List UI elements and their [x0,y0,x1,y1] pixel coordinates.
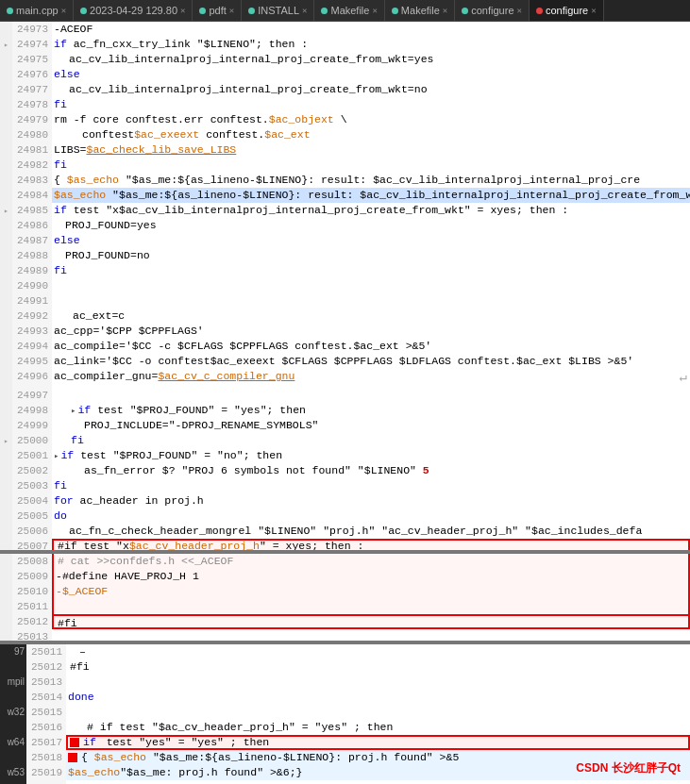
top-pane-continued: ▸ 24997 24998 24999 25000 25001 25002 25… [0,388,690,554]
ln: 25011 [12,599,48,614]
ln: 24977 [12,82,48,97]
fc[interactable]: ▸ [0,433,12,448]
tab-label: 2023-04-29 129.80 [90,5,177,16]
code-cont[interactable]: ▸if test "$PROJ_FOUND" = "yes"; then PRO… [52,388,690,550]
fold-cell[interactable]: ▸ [0,37,12,52]
code-line: ac_cv_lib_internalproj_internal_proj_cre… [52,52,690,67]
ln: 25016 [26,720,62,735]
code-line: PROJ_FOUND=no [52,248,690,263]
tab-install[interactable]: INSTALL ✕ [242,0,314,21]
close-icon[interactable]: ✕ [517,6,522,16]
code-line: fi [52,263,690,278]
fold-icon[interactable]: ▸ [54,452,59,461]
close-icon[interactable]: ✕ [229,6,234,16]
indicator: w53 [8,765,25,780]
ln: 24994 [12,339,48,354]
tab-cfg1[interactable]: configure ✕ [455,0,530,21]
close-icon[interactable]: ✕ [443,6,447,16]
code-line-boxed-top: #if test "x$ac_cv_header_proj_h" = xyes;… [52,539,690,550]
code-line: ac_compile='$CC -c $CFLAGS $CPPFLAGS con… [52,339,690,354]
tab-mf2[interactable]: Makefile ✕ [385,0,455,21]
tab-main[interactable]: main.cpp ✕ [0,0,74,21]
tab-dot [321,8,328,14]
fc [0,524,12,539]
code-line: -ACEOF [52,22,690,37]
ln: 24975 [12,52,48,67]
fold-cell [0,188,12,203]
bottom-code[interactable]: – #fi done # if test "$ac_cv_header_proj… [66,644,690,784]
tab-mf1[interactable]: Makefile ✕ [314,0,384,21]
fold-cell [0,52,12,67]
ln: 25015 [26,705,62,720]
fold-cell [0,97,12,112]
ln: 25011 [26,644,62,659]
indicator: 97 [14,644,25,659]
ln: 24997 [12,388,48,403]
tab-dot [7,8,13,14]
tab-dot [199,8,206,14]
ln: 24996 [12,369,48,384]
ln: 24989 [12,263,48,278]
tab-date[interactable]: 2023-04-29 129.80 ✕ [74,0,193,21]
code-line: fi [52,433,690,448]
ln: 24991 [12,293,48,309]
code-line: fi [52,97,690,112]
tab-dot [462,8,468,14]
code-line: ac_fn_c_check_header_mongrel "$LINENO" "… [52,524,690,539]
fc [0,478,12,493]
top-code-final[interactable]: -ACEOF if ac_fn_cxx_try_link "$LINENO"; … [52,22,690,388]
code-line-box-end: #fi [52,614,690,629]
close-icon[interactable]: ✕ [591,6,596,16]
code-line-empty [52,629,690,641]
code-line: as_fn_error $? "PROJ 6 symbols not found… [52,463,690,478]
close-icon[interactable]: ✕ [180,6,185,16]
tab-label: configure [471,5,513,16]
code-line-empty [52,293,690,309]
code-line: # if test "$ac_cv_header_proj_h" = "yes"… [66,720,690,735]
ln: 25010 [12,584,48,599]
fold-margin: ▸ ▸ [0,22,12,388]
code-line: #fi [66,659,690,675]
tab-label: configure [546,5,588,16]
ln: 24984 [12,188,48,203]
close-icon[interactable]: ✕ [372,6,377,16]
fold-icon[interactable]: ▸ [4,437,8,445]
ln: 25013 [12,629,48,641]
ln: 25000 [12,433,48,448]
ln: 24988 [12,248,48,263]
bottom-split-pane: 97 mpil w32 w64 w53 25011 25012 25013 25… [0,644,690,784]
gutter-cont: 24997 24998 24999 25000 25001 25002 2500… [12,388,52,550]
fold-cell [0,142,12,158]
fold-margin2: ▸ [0,388,12,550]
ln: 24979 [12,112,48,127]
code-line: # cat >>confdefs.h <<_ACEOF [54,554,688,569]
ln: 25008 [12,554,48,569]
fold-icon[interactable]: ▸ [4,41,8,49]
close-icon[interactable]: ✕ [61,6,66,16]
ln: 25014 [26,690,62,705]
code-line: – [66,644,690,659]
ln: 24976 [12,67,48,82]
tab-label: Makefile [330,5,369,16]
code-line: ▸if test "$PROJ_FOUND" = "no"; then [52,448,690,463]
indicator: w32 [8,705,25,720]
code3[interactable]: # cat >>confdefs.h <<_ACEOF -#define HAV… [52,554,690,641]
code-line-empty [66,705,690,720]
fold-cell[interactable]: ▸ [0,203,12,218]
fold-icon[interactable]: ▸ [71,407,76,416]
close-icon[interactable]: ✕ [302,6,307,16]
fold-cell [0,67,12,82]
fc [0,418,12,433]
tab-pdft[interactable]: pdft ✕ [193,0,242,21]
tab-cfg2-active[interactable]: configure ✕ [530,0,604,21]
fold-icon[interactable]: ▸ [4,207,8,215]
ln: 24981 [12,142,48,158]
code-line: ac_cpp='$CPP $CPPFLAGS' [52,324,690,339]
ln: 25019 [26,765,62,780]
error-indicator [70,738,79,747]
fc [0,463,12,478]
ln: 25013 [26,675,62,690]
tab-dot [392,8,398,14]
code-line-sas-echo-bottom: $as_echo "$as_me: proj.h found" >&6;} [66,765,690,780]
bottom-gutter: 25011 25012 25013 25014 25015 25016 2501… [26,644,66,784]
